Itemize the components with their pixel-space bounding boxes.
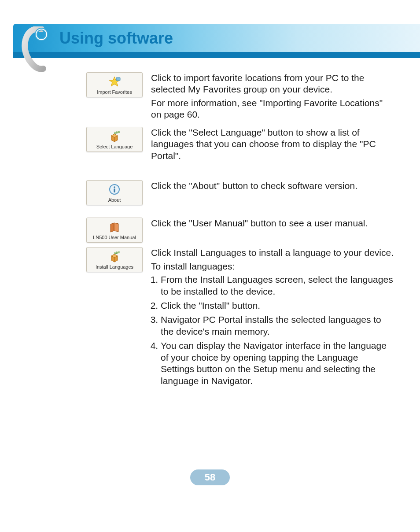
book-icon	[107, 221, 122, 234]
svg-point-9	[114, 186, 115, 188]
svg-rect-10	[114, 188, 115, 192]
text: Click the "User Manual" button to see a …	[151, 218, 394, 229]
svg-marker-11	[111, 223, 114, 232]
about-button[interactable]: About	[86, 180, 143, 205]
box-abc-icon: abc	[107, 130, 122, 143]
select-language-label: Select Language	[96, 144, 133, 149]
import-favorites-label: Import Favorites	[97, 89, 132, 95]
box-abc-icon: abc	[107, 250, 122, 263]
header-band: Using software	[13, 24, 420, 58]
install-languages-label: Install Languages	[96, 264, 133, 270]
page-title: Using software	[59, 29, 173, 48]
row-install-languages: abc Install Languages Click Install Lang…	[81, 247, 394, 389]
import-favorites-button[interactable]: Import Favorites	[86, 72, 143, 97]
row-about: About Click the "About" button to check …	[81, 180, 394, 205]
manual-page: Using software	[0, 0, 420, 532]
svg-text:abc: abc	[114, 251, 121, 255]
about-label: About	[108, 197, 121, 203]
text: To install languages:	[151, 261, 394, 272]
text: For more information, see "Importing Fav…	[151, 97, 394, 121]
row-select-language: abc Select Language Click the "Select La…	[81, 127, 394, 163]
svg-rect-3	[116, 78, 120, 81]
text: Click Install Languages to install a lan…	[151, 247, 394, 259]
user-manual-description: Click the "User Manual" button to see a …	[147, 218, 394, 231]
page-number-badge: 58	[190, 469, 230, 485]
info-icon	[107, 183, 122, 196]
row-import-favorites: Import Favorites Click to import favorit…	[81, 72, 394, 122]
star-icon	[107, 75, 122, 89]
about-description: Click the "About" button to check softwa…	[147, 180, 394, 193]
content-area: Import Favorites Click to import favorit…	[81, 72, 394, 394]
header-accent-bar	[13, 52, 420, 58]
text: Click to import favorite locations from …	[151, 72, 394, 96]
list-item: Click the "Install" button.	[161, 300, 394, 311]
install-languages-description: Click Install Languages to install a lan…	[147, 247, 394, 389]
text: Click the "Select Language" button to sh…	[151, 127, 394, 162]
install-steps-list: From the Install Languages screen, selec…	[151, 274, 394, 387]
user-manual-label: LN500 User Manual	[93, 235, 136, 240]
select-language-button[interactable]: abc Select Language	[86, 127, 143, 152]
select-language-description: Click the "Select Language" button to sh…	[147, 127, 394, 163]
page-number: 58	[205, 472, 215, 483]
text: Click the "About" button to check softwa…	[151, 180, 394, 192]
import-favorites-description: Click to import favorite locations from …	[147, 72, 394, 122]
svg-marker-12	[114, 223, 118, 232]
user-manual-button[interactable]: LN500 User Manual	[86, 218, 143, 243]
install-languages-button[interactable]: abc Install Languages	[86, 247, 143, 272]
list-item: From the Install Languages screen, selec…	[161, 274, 394, 297]
list-item: You can display the Navigator interface …	[161, 340, 394, 387]
ring-ornament-icon	[18, 26, 51, 70]
row-user-manual: LN500 User Manual Click the "User Manual…	[81, 218, 394, 243]
svg-text:abc: abc	[114, 130, 121, 135]
list-item: Navigator PC Portal installs the selecte…	[161, 314, 394, 337]
